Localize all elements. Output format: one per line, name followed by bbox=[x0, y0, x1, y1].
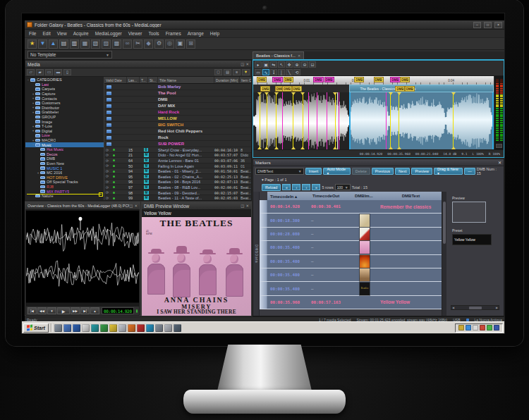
tree-item[interactable]: +Digital bbox=[25, 129, 104, 134]
dmb-marker-badge[interactable]: DMB bbox=[400, 77, 410, 82]
close-icon[interactable]: ✕ bbox=[298, 54, 300, 58]
marker-line[interactable] bbox=[276, 92, 276, 149]
marker-line[interactable] bbox=[317, 92, 317, 149]
file-manager-icon[interactable] bbox=[164, 324, 172, 332]
list-item-folder[interactable]: SUB POWER bbox=[104, 141, 251, 147]
download-icon[interactable]: ▼ bbox=[38, 39, 47, 49]
menu-acquire[interactable]: Acquire bbox=[73, 31, 89, 36]
row-gutter[interactable] bbox=[260, 268, 267, 281]
preview-button[interactable]: Preview bbox=[411, 168, 432, 175]
tree-item[interactable]: MUSIC 1 bbox=[25, 166, 104, 171]
page-size-dropdown[interactable]: 100 ▼ bbox=[335, 184, 351, 190]
album-thumbnail[interactable] bbox=[360, 214, 370, 227]
pin-icon[interactable]: ◳ bbox=[241, 62, 244, 66]
cut-tool-icon[interactable]: │ bbox=[278, 69, 285, 75]
list-item-folder[interactable]: Hard Rock bbox=[104, 109, 251, 116]
marker-line[interactable] bbox=[390, 92, 391, 149]
tree-item[interactable]: MIX PARTY5 bbox=[25, 189, 104, 194]
select-mode-icon[interactable]: ▭ bbox=[255, 69, 262, 75]
pager-nav-button-2[interactable]: › bbox=[302, 184, 310, 190]
view-list-icon[interactable]: ≡ bbox=[233, 69, 241, 75]
loop-tool-icon[interactable]: ⟲ bbox=[293, 69, 300, 75]
menu-viewer[interactable]: Viewer bbox=[128, 31, 142, 36]
marker-line[interactable] bbox=[399, 92, 399, 149]
menu-file[interactable]: File bbox=[29, 31, 36, 36]
column-las-[interactable]: Las... bbox=[127, 77, 140, 83]
display-icon[interactable] bbox=[473, 325, 478, 331]
dmb-marker-badge[interactable]: DMB bbox=[395, 86, 405, 92]
dmb-marker-badge[interactable]: DMB bbox=[260, 86, 270, 92]
vu-reset-button[interactable] bbox=[496, 144, 502, 148]
save-icon[interactable]: ▣ bbox=[176, 39, 185, 49]
clipboard-icon[interactable]: ▨ bbox=[102, 39, 111, 49]
--button[interactable]: — bbox=[464, 168, 475, 175]
tree-item[interactable]: HOT DRIVE bbox=[25, 175, 104, 180]
pointer-icon[interactable]: ↖ bbox=[278, 61, 285, 68]
list-item-track[interactable]: ⟳50MFalling In Love Again00:03:09:1101 bbox=[104, 163, 251, 169]
close-icon[interactable]: ✕ bbox=[498, 160, 501, 165]
menu-view[interactable]: View bbox=[57, 31, 67, 36]
list-item-track[interactable]: ⟳64MAnnie Lennox - Bare 0100:03:07:0636 bbox=[104, 158, 251, 163]
view-detail-icon[interactable]: ◻ bbox=[214, 69, 222, 75]
row-gutter[interactable] bbox=[260, 296, 267, 309]
tree-item[interactable]: RJB bbox=[25, 185, 104, 190]
dmb-marker-badge[interactable]: DMB bbox=[282, 86, 292, 92]
pin-icon[interactable]: ◳ bbox=[129, 204, 133, 208]
table-row[interactable]: 00:00:35.400—Beatles bbox=[260, 282, 442, 295]
column-title-name[interactable]: Title Name bbox=[158, 77, 214, 83]
messenger-icon[interactable] bbox=[146, 324, 154, 332]
tree-item[interactable]: +Capture bbox=[25, 92, 104, 97]
close-icon[interactable]: ✕ bbox=[245, 62, 249, 66]
recorder-icon[interactable] bbox=[137, 324, 145, 332]
tree-item[interactable]: +T-Low bbox=[25, 124, 104, 129]
dmb-marker-badge[interactable]: DMB bbox=[374, 77, 384, 82]
preset-value-box[interactable]: Yellow Yellow bbox=[452, 234, 492, 245]
menu-arrange[interactable]: Arrange bbox=[188, 31, 204, 36]
tree-item[interactable]: Love bbox=[25, 133, 104, 138]
auto-mode--button[interactable]: Auto Mode ▾ bbox=[323, 168, 350, 175]
marker-line[interactable] bbox=[308, 92, 309, 149]
dmb-marker-badge[interactable]: DMB bbox=[272, 77, 282, 82]
table-row[interactable]: 00:00:28.080— bbox=[260, 228, 442, 241]
internet-icon[interactable] bbox=[63, 324, 71, 332]
tree-item[interactable]: −CATEGORIES bbox=[25, 78, 104, 82]
list-item-track[interactable]: ⟳95MBeatles - 02 - Chains_A...00:02:25:1… bbox=[104, 174, 251, 180]
spreadsheet-icon[interactable] bbox=[100, 324, 108, 332]
view-split-icon[interactable]: ▤ bbox=[224, 69, 231, 75]
file-list-header[interactable]: Valid DateLas...T...St...Title NameDurat… bbox=[104, 77, 251, 84]
tree-item[interactable]: +Contacts bbox=[25, 96, 104, 101]
menu-tools[interactable]: Tools bbox=[148, 31, 159, 36]
tree-item[interactable]: +Customers bbox=[25, 101, 104, 106]
stop-button[interactable]: ▼ bbox=[47, 307, 56, 314]
usb-device-icon[interactable] bbox=[494, 325, 499, 331]
album-thumbnail[interactable]: Beatles bbox=[360, 283, 370, 295]
menu-edit[interactable]: Edit bbox=[42, 31, 50, 36]
dmb-marker-badge[interactable]: DMB bbox=[313, 77, 323, 82]
explorer-icon[interactable] bbox=[73, 324, 80, 332]
titlebar[interactable]: Folder Galaxy - Beatles - Classics from … bbox=[25, 20, 504, 30]
column-st-[interactable]: St... bbox=[148, 77, 158, 83]
list-item-track[interactable]: ⟳98MBeatles - 09 - Devoted...00:02:15:07… bbox=[104, 190, 251, 196]
timeline-ruler[interactable]: 0:010:020:030:04DMBDMBDMBDMBDMBDMBDMBDMB… bbox=[253, 76, 494, 85]
tree-item[interactable]: +Distributor bbox=[25, 106, 104, 111]
dmb-marker-badge[interactable]: DMB bbox=[284, 77, 293, 82]
network-icon[interactable] bbox=[466, 325, 471, 331]
album-thumbnail[interactable] bbox=[360, 268, 370, 281]
pin-icon[interactable]: ◳ bbox=[241, 204, 244, 208]
show-desktop-icon[interactable] bbox=[54, 324, 62, 332]
new-folder-icon[interactable]: ▱ bbox=[27, 69, 35, 75]
close-icon[interactable]: ✕ bbox=[245, 204, 249, 208]
snapshot-icon[interactable]: ▣ bbox=[262, 61, 269, 68]
dmb-marker-badge[interactable]: DMB bbox=[405, 86, 415, 92]
tree-item[interactable]: Even New bbox=[25, 161, 104, 166]
column-duration-min-[interactable]: Duration [Min] bbox=[214, 77, 240, 83]
new-document-icon[interactable]: ▤ bbox=[59, 39, 68, 49]
row-gutter[interactable] bbox=[260, 228, 267, 240]
grid-view-icon[interactable]: ⊞ bbox=[186, 39, 195, 49]
pager-nav-button-0[interactable]: « bbox=[282, 184, 291, 190]
row-gutter[interactable] bbox=[260, 241, 267, 254]
marker-line[interactable] bbox=[339, 92, 339, 149]
list-item-folder[interactable]: DMB bbox=[104, 97, 251, 103]
antivirus-icon[interactable] bbox=[480, 325, 485, 331]
layers-icon[interactable]: ▩ bbox=[112, 39, 121, 49]
